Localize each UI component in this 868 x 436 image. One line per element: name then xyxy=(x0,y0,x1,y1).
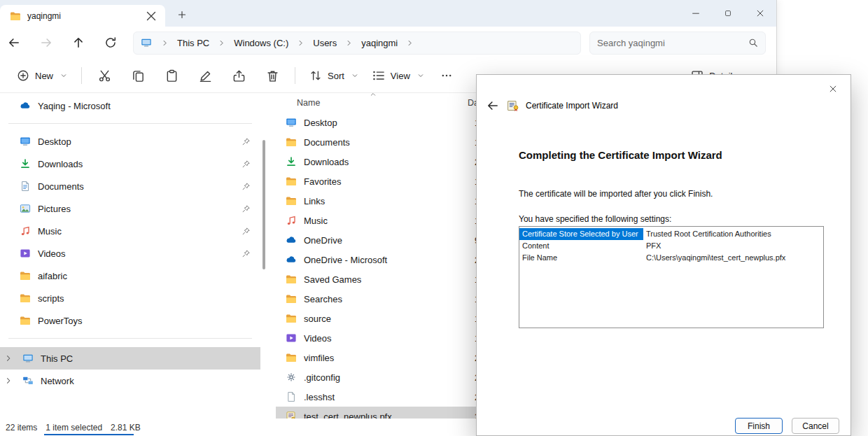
settings-row[interactable]: Certificate Store Selected by UserTruste… xyxy=(519,228,823,240)
view-button[interactable]: View xyxy=(365,63,431,88)
toolbar-divider xyxy=(295,67,295,84)
sidebar-item-pictures[interactable]: Pictures xyxy=(0,197,260,220)
chevron-right-icon xyxy=(218,39,225,47)
file-name: Searches xyxy=(304,294,468,304)
setting-value: Trusted Root Certification Authorities xyxy=(643,228,823,240)
back-button[interactable] xyxy=(1,30,27,55)
copy-button[interactable] xyxy=(122,63,153,88)
sidebar-scrollbar[interactable] xyxy=(262,140,265,269)
file-name: Documents xyxy=(304,137,468,148)
breadcrumb-item-this-pc[interactable]: This PC xyxy=(177,38,209,48)
new-button[interactable]: New xyxy=(10,63,74,88)
dialog-back-button[interactable] xyxy=(485,98,500,113)
toolbar-actions xyxy=(89,63,288,88)
finish-button[interactable]: Finish xyxy=(735,418,783,434)
sidebar-item-desktop[interactable]: Desktop xyxy=(0,130,260,153)
sidebar-item-network[interactable]: Network xyxy=(0,370,260,392)
sidebar-item-label: Documents xyxy=(38,181,84,192)
downloads-icon xyxy=(20,158,31,169)
back-arrow-icon xyxy=(8,36,20,49)
videos-icon xyxy=(20,248,31,259)
up-button[interactable] xyxy=(66,30,91,55)
setting-key: Content xyxy=(519,240,643,252)
setting-key: File Name xyxy=(519,252,643,264)
copy-icon xyxy=(132,69,145,83)
pin-icon xyxy=(241,160,251,169)
rename-button[interactable] xyxy=(190,63,220,88)
new-tab-button[interactable] xyxy=(172,5,192,24)
folder-icon xyxy=(286,313,297,324)
pin-icon xyxy=(241,204,251,213)
sidebar-item-videos[interactable]: Videos xyxy=(0,242,260,265)
search-input[interactable] xyxy=(597,38,748,48)
maximize-icon xyxy=(724,9,732,17)
pin-icon xyxy=(241,227,251,236)
search-box[interactable] xyxy=(589,31,766,55)
chevron-right-icon xyxy=(297,39,304,47)
sidebar-item-powertoys[interactable]: PowerToys xyxy=(0,309,260,332)
dialog-title: Certificate Import Wizard xyxy=(526,101,618,111)
file-name: source xyxy=(304,314,468,324)
breadcrumb-item-yaqingmi[interactable]: yaqingmi xyxy=(361,38,398,48)
paste-button[interactable] xyxy=(156,63,187,88)
share-button[interactable] xyxy=(223,63,254,88)
sidebar-item-label: Pictures xyxy=(38,204,71,214)
tab-bar: yaqingmi xyxy=(0,0,776,27)
setting-value: C:\Users\yaqingmi\test_cert_newplus.pfx xyxy=(643,252,823,264)
column-header-name[interactable]: Name xyxy=(297,98,320,108)
search-icon xyxy=(748,38,758,48)
sort-ascending-icon xyxy=(370,91,377,98)
chevron-right-icon[interactable] xyxy=(4,377,13,385)
breadcrumb-item-users[interactable]: Users xyxy=(313,38,337,48)
breadcrumb-item-windows-c[interactable]: Windows (C:) xyxy=(234,38,288,48)
cut-icon xyxy=(98,69,111,83)
back-arrow-icon xyxy=(486,99,499,112)
dialog-close-button[interactable] xyxy=(821,80,845,98)
sidebar-item-label: This PC xyxy=(41,353,73,364)
file-name: OneDrive xyxy=(304,235,468,246)
address-bar[interactable]: This PCWindows (C:)Usersyaqingmi xyxy=(133,31,581,55)
tab-close-icon[interactable] xyxy=(144,9,158,23)
cut-button[interactable] xyxy=(89,63,120,88)
sort-icon xyxy=(309,69,322,82)
refresh-button[interactable] xyxy=(98,30,123,55)
pin-icon xyxy=(241,249,251,258)
tab-yaqingmi[interactable]: yaqingmi xyxy=(0,5,165,27)
sidebar-item-downloads[interactable]: Downloads xyxy=(0,153,260,175)
forward-button[interactable] xyxy=(34,30,59,55)
sidebar-item-music[interactable]: Music xyxy=(0,220,260,242)
sort-button[interactable]: Sort xyxy=(302,63,365,88)
settings-row[interactable]: File NameC:\Users\yaqingmi\test_cert_new… xyxy=(519,252,823,264)
more-options-button[interactable] xyxy=(431,63,462,88)
delete-button[interactable] xyxy=(257,63,288,88)
network-icon xyxy=(22,375,34,386)
chevron-right-icon[interactable] xyxy=(4,354,13,363)
close-button[interactable] xyxy=(744,0,776,27)
pin-icon xyxy=(241,182,251,191)
new-icon xyxy=(17,69,29,82)
settings-table[interactable]: Certificate Store Selected by UserTruste… xyxy=(519,226,824,328)
sidebar-divider xyxy=(8,123,252,124)
sidebar-item-this-pc[interactable]: This PC xyxy=(0,347,260,370)
sidebar-item-label: scripts xyxy=(38,293,64,304)
file-name: Downloads xyxy=(304,157,468,167)
file-name: Favorites xyxy=(304,176,468,187)
navigation-pane: Yaqing - Microsoft DesktopDownloadsDocum… xyxy=(0,93,260,419)
paste-icon xyxy=(165,69,178,83)
pictures-icon xyxy=(20,203,31,214)
gear-icon xyxy=(286,372,297,383)
delete-icon xyxy=(266,69,279,83)
settings-row[interactable]: ContentPFX xyxy=(519,240,823,252)
sidebar-item-label: Desktop xyxy=(38,136,71,147)
sidebar-item-documents[interactable]: Documents xyxy=(0,175,260,197)
file-name: .lesshst xyxy=(304,392,468,402)
sidebar-item-onedrive[interactable]: Yaqing - Microsoft xyxy=(0,94,260,117)
minimize-button[interactable] xyxy=(680,0,712,27)
sidebar-item-aifabric[interactable]: aifabric xyxy=(0,265,260,287)
maximize-button[interactable] xyxy=(712,0,744,27)
sidebar-item-label: Downloads xyxy=(38,159,83,169)
sidebar-item-scripts[interactable]: scripts xyxy=(0,287,260,309)
cancel-button[interactable]: Cancel xyxy=(792,418,839,434)
close-icon xyxy=(828,84,838,94)
music-icon xyxy=(286,215,297,226)
